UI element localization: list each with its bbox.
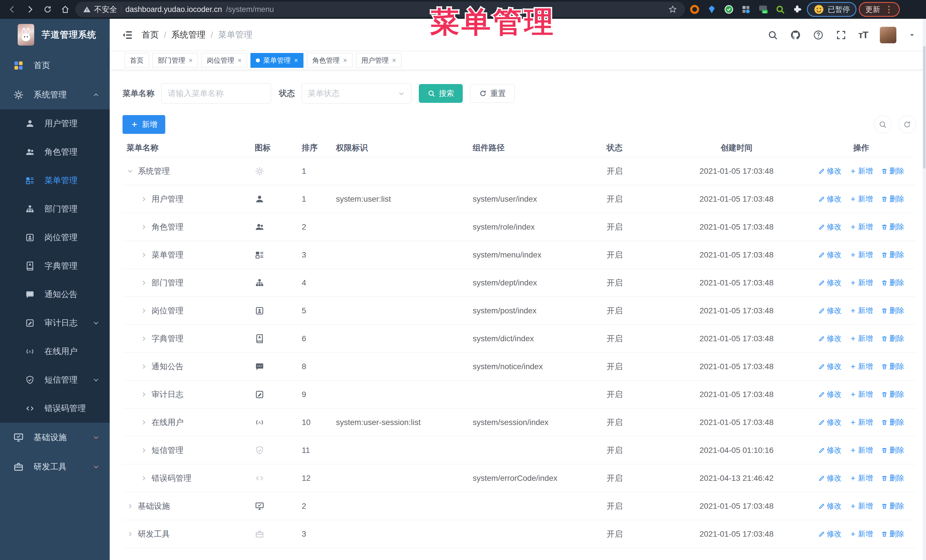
add-action-link[interactable]: 新增 bbox=[850, 445, 873, 455]
browser-home-icon[interactable] bbox=[57, 2, 73, 17]
extension-gem-icon[interactable] bbox=[704, 2, 719, 17]
add-action-link[interactable]: 新增 bbox=[850, 529, 873, 539]
tag-dept[interactable]: 部门管理× bbox=[153, 53, 198, 68]
table-row[interactable]: 部门管理4system/dept/index开启2021-01-05 17:03… bbox=[123, 269, 916, 297]
page-scrollbar[interactable] bbox=[923, 19, 926, 560]
delete-action-link[interactable]: 删除 bbox=[881, 194, 904, 204]
scrollbar-thumb[interactable] bbox=[923, 46, 925, 169]
font-size-icon[interactable]: тT bbox=[858, 29, 868, 41]
sidebar-item-home[interactable]: 首页 bbox=[0, 51, 110, 80]
delete-action-link[interactable]: 删除 bbox=[881, 417, 904, 427]
add-action-link[interactable]: 新增 bbox=[850, 166, 873, 176]
extension-orange-icon[interactable] bbox=[687, 2, 702, 17]
add-action-link[interactable]: 新增 bbox=[850, 334, 873, 344]
sidebar-collapse-icon[interactable] bbox=[121, 29, 134, 41]
add-action-link[interactable]: 新增 bbox=[850, 250, 873, 260]
delete-action-link[interactable]: 删除 bbox=[881, 278, 904, 288]
tag-post[interactable]: 岗位管理× bbox=[201, 53, 247, 68]
sidebar-item-audit-log[interactable]: 审计日志 bbox=[0, 309, 110, 337]
table-row[interactable]: 研发工具3开启2021-01-05 17:03:48修改新增删除 bbox=[123, 520, 916, 548]
add-action-link[interactable]: 新增 bbox=[850, 222, 873, 232]
sidebar-item-online-user[interactable]: A在线用户 bbox=[0, 337, 110, 366]
tree-arrow-down-icon[interactable] bbox=[127, 168, 134, 175]
add-action-link[interactable]: 新增 bbox=[850, 501, 873, 511]
status-select[interactable]: 菜单状态 bbox=[302, 83, 412, 104]
add-action-link[interactable]: 新增 bbox=[850, 389, 873, 399]
sidebar-item-sms[interactable]: 短信管理 bbox=[0, 366, 110, 394]
sidebar-item-user[interactable]: 用户管理 bbox=[0, 109, 110, 138]
browser-back-icon[interactable] bbox=[5, 2, 20, 17]
edit-action-link[interactable]: 修改 bbox=[818, 166, 842, 176]
add-action-link[interactable]: 新增 bbox=[850, 361, 873, 371]
add-action-link[interactable]: 新增 bbox=[850, 417, 873, 427]
browser-reload-icon[interactable] bbox=[40, 2, 55, 17]
edit-action-link[interactable]: 修改 bbox=[818, 501, 842, 511]
tag-user[interactable]: 用户管理× bbox=[356, 53, 401, 68]
kebab-menu-icon[interactable]: ⋮ bbox=[885, 7, 893, 12]
edit-action-link[interactable]: 修改 bbox=[818, 250, 842, 260]
extension-check-icon[interactable] bbox=[722, 2, 736, 17]
add-action-link[interactable]: 新增 bbox=[850, 306, 873, 315]
tree-arrow-right-icon[interactable] bbox=[140, 474, 148, 482]
edit-action-link[interactable]: 修改 bbox=[818, 389, 842, 399]
github-icon[interactable] bbox=[790, 30, 801, 41]
table-row[interactable]: 错误码管理12system/errorCode/index开启2021-04-1… bbox=[123, 464, 916, 492]
extension-search-icon[interactable] bbox=[773, 2, 788, 17]
edit-action-link[interactable]: 修改 bbox=[818, 306, 842, 315]
sidebar-item-system[interactable]: 系统管理 bbox=[0, 80, 110, 109]
extension-puzzle-icon[interactable] bbox=[790, 2, 805, 17]
table-row[interactable]: 用户管理1system:user:listsystem/user/index开启… bbox=[123, 185, 916, 213]
sidebar-item-dict[interactable]: 字典管理 bbox=[0, 252, 110, 280]
table-row[interactable]: 系统管理1开启2021-01-05 17:03:48修改新增删除 bbox=[123, 157, 916, 185]
add-button[interactable]: 新增 bbox=[123, 115, 165, 134]
delete-action-link[interactable]: 删除 bbox=[881, 529, 904, 539]
chevron-down-icon[interactable] bbox=[908, 31, 916, 39]
tag-role[interactable]: 角色管理× bbox=[307, 53, 353, 68]
reset-button[interactable]: 重置 bbox=[470, 84, 514, 103]
sidebar-item-error-code[interactable]: 错误码管理 bbox=[0, 394, 110, 423]
browser-update-badge[interactable]: 更新 ⋮ bbox=[859, 2, 900, 17]
tree-arrow-right-icon[interactable] bbox=[140, 419, 148, 426]
tree-arrow-right-icon[interactable] bbox=[140, 363, 148, 370]
edit-action-link[interactable]: 修改 bbox=[818, 445, 842, 455]
fullscreen-icon[interactable] bbox=[836, 30, 846, 41]
table-row[interactable]: 岗位管理5system/post/index开启2021-01-05 17:03… bbox=[123, 297, 916, 325]
delete-action-link[interactable]: 删除 bbox=[881, 166, 904, 176]
edit-action-link[interactable]: 修改 bbox=[818, 278, 842, 288]
show-search-button[interactable] bbox=[874, 116, 891, 133]
table-row[interactable]: 角色管理2system/role/index开启2021-01-05 17:03… bbox=[123, 213, 916, 241]
table-row[interactable]: 审计日志9开启2021-01-05 17:03:48修改新增删除 bbox=[123, 380, 916, 409]
delete-action-link[interactable]: 删除 bbox=[881, 250, 904, 260]
close-icon[interactable]: × bbox=[294, 56, 298, 64]
url-bar[interactable]: 不安全 dashboard.yudao.iocoder.cn/system/me… bbox=[75, 2, 685, 17]
tree-arrow-right-icon[interactable] bbox=[140, 447, 148, 454]
user-avatar[interactable] bbox=[880, 27, 896, 43]
sidebar-item-dev-tools[interactable]: 研发工具 bbox=[0, 452, 110, 482]
tree-arrow-right-icon[interactable] bbox=[140, 391, 148, 398]
delete-action-link[interactable]: 删除 bbox=[881, 361, 904, 371]
add-action-link[interactable]: 新增 bbox=[850, 278, 873, 288]
edit-action-link[interactable]: 修改 bbox=[818, 473, 842, 483]
sidebar-item-post[interactable]: 岗位管理 bbox=[0, 223, 110, 252]
extension-grid-icon[interactable] bbox=[738, 2, 754, 17]
sidebar-item-dept[interactable]: 部门管理 bbox=[0, 195, 110, 223]
menu-name-input[interactable] bbox=[161, 83, 271, 104]
tree-arrow-right-icon[interactable] bbox=[140, 251, 148, 259]
extension-proxy-on-icon[interactable]: on bbox=[756, 2, 770, 17]
table-row[interactable]: 基础设施2开启2021-01-05 17:03:48修改新增删除 bbox=[123, 492, 916, 520]
tag-home[interactable]: 首页 bbox=[124, 53, 149, 68]
edit-action-link[interactable]: 修改 bbox=[818, 334, 842, 344]
bookmark-star-icon[interactable] bbox=[668, 5, 678, 14]
table-row[interactable]: 短信管理11开启2021-04-05 01:10:16修改新增删除 bbox=[123, 436, 916, 464]
delete-action-link[interactable]: 删除 bbox=[881, 306, 904, 315]
tree-arrow-right-icon[interactable] bbox=[140, 335, 148, 343]
close-icon[interactable]: × bbox=[238, 56, 242, 64]
sidebar-item-notice[interactable]: 通知公告 bbox=[0, 280, 110, 309]
sidebar-item-infra[interactable]: 基础设施 bbox=[0, 423, 110, 452]
browser-forward-icon[interactable] bbox=[22, 2, 38, 17]
table-row[interactable]: 在线用户A10system:user-session:listsystem/se… bbox=[123, 409, 916, 436]
delete-action-link[interactable]: 删除 bbox=[881, 389, 904, 399]
tree-arrow-right-icon[interactable] bbox=[127, 530, 134, 538]
paused-extension-badge[interactable]: 已暂停 bbox=[807, 2, 856, 17]
edit-action-link[interactable]: 修改 bbox=[818, 361, 842, 371]
